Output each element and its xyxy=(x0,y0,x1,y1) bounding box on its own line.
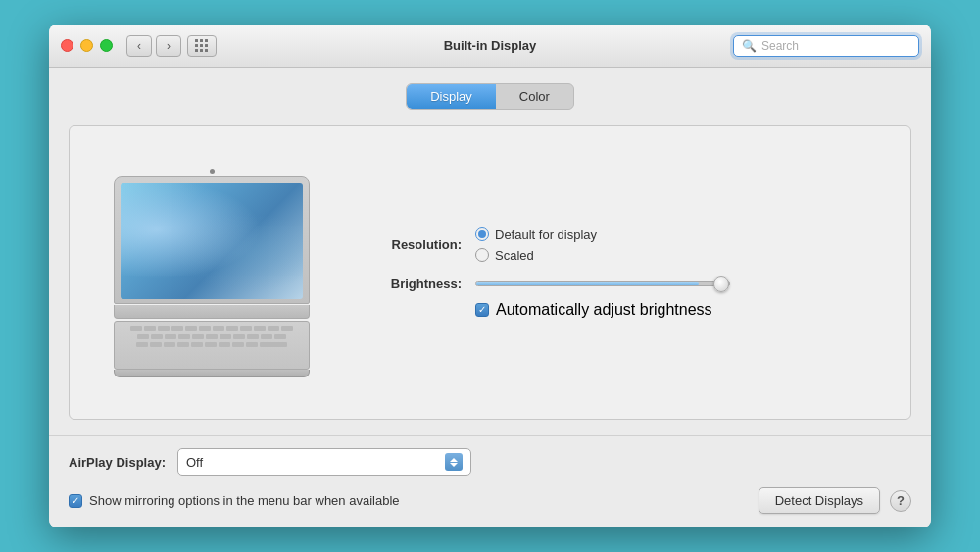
traffic-lights xyxy=(61,39,113,52)
bottom-right-actions: Detect Displays ? xyxy=(759,487,911,514)
brightness-fill xyxy=(476,282,699,285)
arrow-down-icon xyxy=(450,463,458,467)
forward-icon: › xyxy=(167,39,171,53)
window-title: Built-in Display xyxy=(444,38,537,53)
titlebar: ‹ › Built-in Display 🔍 Search xyxy=(49,25,931,68)
settings-panel: Resolution: Default for display Scaled xyxy=(364,227,881,319)
main-panel: Resolution: Default for display Scaled xyxy=(69,125,911,420)
main-window: ‹ › Built-in Display 🔍 Search Display xyxy=(49,25,931,527)
search-box[interactable]: 🔍 Search xyxy=(733,35,919,57)
auto-brightness-row: ✓ Automatically adjust brightness xyxy=(475,301,881,319)
resolution-options: Default for display Scaled xyxy=(475,227,597,263)
grid-view-button[interactable] xyxy=(187,35,217,57)
auto-brightness-checkbox[interactable]: ✓ xyxy=(475,303,489,317)
tab-group: Display Color xyxy=(406,83,574,110)
nav-buttons: ‹ › xyxy=(126,35,181,57)
laptop-base xyxy=(114,305,310,319)
grid-icon xyxy=(195,39,209,53)
laptop-camera xyxy=(210,169,215,174)
detect-displays-button[interactable]: Detect Displays xyxy=(759,487,880,514)
auto-brightness-label: Automatically adjust brightness xyxy=(496,301,712,319)
tab-display[interactable]: Display xyxy=(407,84,496,109)
laptop-image xyxy=(114,169,310,377)
mirror-label: Show mirroring options in the menu bar w… xyxy=(89,493,400,508)
laptop-screen xyxy=(121,183,303,299)
back-button[interactable]: ‹ xyxy=(126,35,152,57)
mirror-checkbox[interactable]: ✓ xyxy=(69,494,82,508)
radio-scaled-circle[interactable] xyxy=(475,248,489,262)
search-icon: 🔍 xyxy=(742,39,757,53)
resolution-row: Resolution: Default for display Scaled xyxy=(364,227,881,263)
laptop-screen-outer xyxy=(114,176,310,304)
laptop-keyboard xyxy=(114,321,310,370)
search-input[interactable]: Search xyxy=(761,39,910,53)
tabs-row: Display Color xyxy=(69,83,911,110)
tab-color[interactable]: Color xyxy=(496,84,573,109)
brightness-label: Brightness: xyxy=(364,276,462,291)
radio-default-label: Default for display xyxy=(495,227,597,242)
content-area: Display Color xyxy=(49,68,931,435)
arrow-up-icon xyxy=(450,458,458,462)
mirror-checkbox-row: ✓ Show mirroring options in the menu bar… xyxy=(69,493,400,508)
radio-default-circle[interactable] xyxy=(475,227,489,241)
maximize-button[interactable] xyxy=(100,39,113,52)
airplay-value: Off xyxy=(186,455,445,470)
radio-default-dot xyxy=(478,230,486,238)
laptop-foot xyxy=(114,370,310,377)
checkmark-icon: ✓ xyxy=(478,305,486,315)
brightness-slider[interactable] xyxy=(475,281,730,286)
radio-scaled-label: Scaled xyxy=(495,248,534,263)
close-button[interactable] xyxy=(61,39,74,52)
airplay-bar: AirPlay Display: Off xyxy=(49,435,931,487)
radio-scaled[interactable]: Scaled xyxy=(475,248,597,263)
airplay-dropdown[interactable]: Off xyxy=(177,448,471,476)
mirror-bar: ✓ Show mirroring options in the menu bar… xyxy=(49,487,931,527)
radio-default[interactable]: Default for display xyxy=(475,227,597,242)
back-icon: ‹ xyxy=(137,39,141,53)
mirror-checkmark-icon: ✓ xyxy=(72,496,79,506)
brightness-row: Brightness: xyxy=(364,276,881,291)
forward-button[interactable]: › xyxy=(156,35,181,57)
laptop-illustration xyxy=(99,169,324,377)
resolution-label: Resolution: xyxy=(364,237,462,252)
help-button[interactable]: ? xyxy=(890,490,911,512)
minimize-button[interactable] xyxy=(80,39,93,52)
dropdown-arrow-icon xyxy=(445,453,463,471)
airplay-label: AirPlay Display: xyxy=(69,455,166,470)
brightness-thumb[interactable] xyxy=(713,276,729,292)
